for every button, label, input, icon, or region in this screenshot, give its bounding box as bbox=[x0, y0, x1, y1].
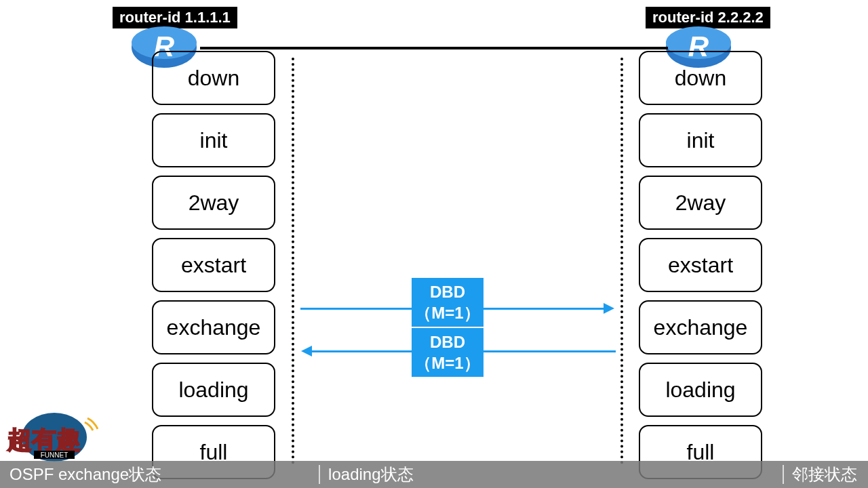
arrow-right-right-segment bbox=[484, 308, 606, 310]
packet-line1: DBD bbox=[430, 331, 465, 352]
state-box: loading bbox=[639, 363, 762, 417]
state-box: init bbox=[152, 113, 275, 167]
left-state-column: down init 2way exstart exchange loading … bbox=[152, 51, 275, 479]
state-box: 2way bbox=[639, 176, 762, 230]
bb-item-2[interactable]: loading状态 bbox=[328, 464, 413, 485]
state-box: exstart bbox=[152, 238, 275, 292]
bb-item-1[interactable]: OSPF exchange状态 bbox=[9, 464, 161, 485]
arrow-left-right-segment bbox=[484, 350, 616, 352]
bb-separator bbox=[783, 465, 784, 484]
dbd-packet-bottom: DBD （M=1） bbox=[412, 328, 484, 377]
state-box: down bbox=[152, 51, 275, 105]
packet-line2: （M=1） bbox=[415, 302, 479, 323]
state-box: exchange bbox=[152, 300, 275, 354]
dbd-packet-top: DBD （M=1） bbox=[412, 278, 484, 327]
arrow-right-left-segment bbox=[300, 308, 412, 310]
state-box: exchange bbox=[639, 300, 762, 354]
arrow-head-right bbox=[604, 303, 614, 314]
svg-text:FUNNET: FUNNET bbox=[41, 451, 68, 459]
state-box: 2way bbox=[152, 176, 275, 230]
state-box: exstart bbox=[639, 238, 762, 292]
timeline-left bbox=[292, 58, 294, 464]
bb-item-3[interactable]: 邻接状态 bbox=[792, 464, 857, 485]
arrow-left-left-segment bbox=[312, 350, 412, 352]
svg-text:超有趣: 超有趣 bbox=[7, 426, 81, 453]
state-box: loading bbox=[152, 363, 275, 417]
packet-line2: （M=1） bbox=[415, 352, 479, 373]
arrow-head-left bbox=[301, 346, 312, 357]
bottom-nav-bar: OSPF exchange状态 loading状态 邻接状态 bbox=[0, 461, 868, 488]
timeline-right bbox=[620, 58, 623, 464]
right-state-column: down init 2way exstart exchange loading … bbox=[639, 51, 762, 479]
bb-separator bbox=[319, 465, 320, 484]
state-box: down bbox=[639, 51, 762, 105]
router-link-line bbox=[200, 47, 668, 49]
state-box: init bbox=[639, 113, 762, 167]
packet-line1: DBD bbox=[430, 281, 465, 302]
